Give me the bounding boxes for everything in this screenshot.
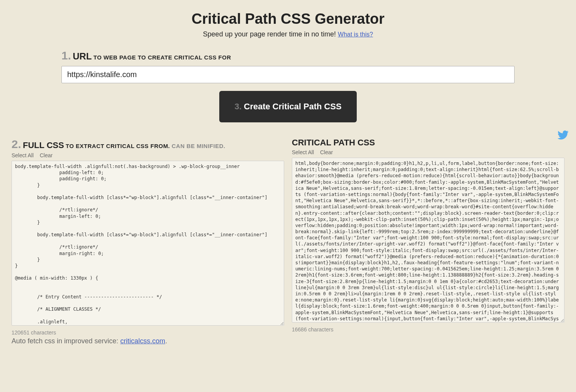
critical-title: CRITICAL PATH CSS: [292, 138, 375, 148]
step2-header: 2. FULL CSS TO EXTRACT CRITICAL CSS FROM…: [12, 138, 284, 151]
url-input[interactable]: [61, 66, 515, 83]
subtitle-text: Speed up your page render time in no tim…: [203, 30, 338, 38]
full-css-char-count: 120651 characters: [12, 329, 284, 336]
what-is-this-link[interactable]: What is this?: [338, 31, 373, 38]
critical-css-textarea[interactable]: [292, 158, 564, 323]
critical-header: CRITICAL PATH CSS: [292, 138, 564, 148]
full-css-clear[interactable]: Clear: [40, 152, 52, 158]
step1-label: 1. URL TO WEB PAGE TO CREATE CRITICAL CS…: [61, 49, 515, 62]
criticalcss-link[interactable]: criticalcss.com: [120, 337, 165, 345]
step1-number: 1.: [61, 49, 71, 62]
footer-line: Auto fetch css in improved service: crit…: [12, 337, 284, 345]
step1-sub: TO WEB PAGE TO CREATE CRITICAL CSS FOR: [93, 54, 231, 61]
step1-title: URL: [73, 51, 91, 61]
critical-css-char-count: 16686 characters: [292, 326, 564, 333]
footer-prefix: Auto fetch css in improved service:: [12, 337, 120, 345]
step2-number: 2.: [12, 138, 21, 151]
page-subtitle: Speed up your page render time in no tim…: [12, 30, 564, 38]
critical-css-select-all[interactable]: Select All: [292, 149, 314, 155]
create-button-label: Create Critical Path CSS: [244, 102, 341, 111]
page-title: Critical Path CSS Generator: [12, 11, 564, 27]
step3-number: 3.: [235, 102, 242, 111]
critical-css-clear[interactable]: Clear: [320, 149, 333, 155]
create-critical-css-button[interactable]: 3.Create Critical Path CSS: [219, 91, 357, 122]
step2-title: FULL CSS: [23, 140, 64, 150]
full-css-textarea[interactable]: [12, 161, 284, 326]
footer-suffix: .: [165, 337, 167, 345]
full-css-select-all[interactable]: Select All: [12, 152, 34, 158]
step2-sub: TO EXTRACT CRITICAL CSS FROM.: [66, 143, 170, 149]
step2-sub-light: CAN BE MINIFIED.: [172, 143, 225, 149]
twitter-icon[interactable]: [558, 130, 568, 141]
